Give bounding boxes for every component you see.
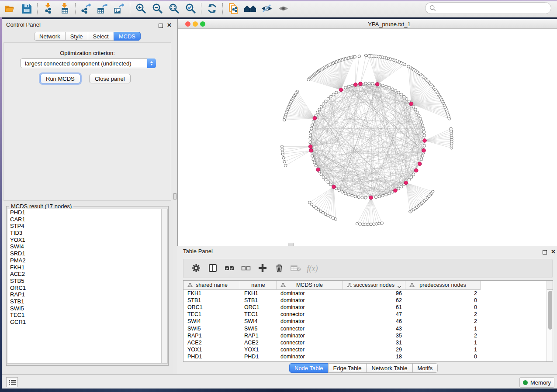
- mcds-list-scrollbar[interactable]: [161, 209, 168, 364]
- add-button[interactable]: [255, 261, 270, 276]
- table-row[interactable]: ACE2ACE2connector311: [183, 339, 547, 346]
- mcds-result-item[interactable]: STB5: [7, 278, 162, 285]
- save-session-button[interactable]: [18, 2, 35, 16]
- column-header-successor-nodes[interactable]: successor nodes: [343, 281, 405, 290]
- zoom-selected-button[interactable]: [182, 2, 199, 16]
- mcds-result-item[interactable]: TID3: [7, 230, 162, 237]
- table-row[interactable]: YOX1YOX1connector291: [183, 346, 547, 353]
- mcds-result-list[interactable]: PHD1CAR1STP4TID3YOX1SWI4SRD1PMA2FKH1ACE2…: [7, 209, 162, 364]
- tab-mcds[interactable]: MCDS: [114, 32, 141, 41]
- open-file-button[interactable]: [2, 2, 18, 16]
- table-row[interactable]: PHD1PHD1dominator180: [183, 353, 547, 360]
- mcds-result-item[interactable]: GCR1: [7, 319, 162, 326]
- destroy-table-button: [288, 261, 303, 276]
- table-close-icon[interactable]: ✕: [551, 250, 556, 254]
- table-cell: 61: [343, 304, 405, 310]
- mcds-result-item[interactable]: CAR1: [7, 216, 162, 223]
- table-row[interactable]: STB1STB1dominator620: [183, 297, 547, 304]
- table-scrollbar[interactable]: [547, 290, 553, 361]
- column-header-shared-name[interactable]: shared name: [183, 281, 240, 290]
- tab-select[interactable]: Select: [88, 32, 114, 41]
- zoom-out-button[interactable]: [149, 2, 166, 16]
- export-image-button[interactable]: [111, 2, 128, 16]
- mcds-result-item[interactable]: ACE2: [7, 271, 162, 278]
- mcds-result-item[interactable]: SRD1: [7, 250, 162, 257]
- sort-chevron-icon: [397, 284, 401, 290]
- panel-divider[interactable]: [173, 19, 177, 374]
- window-maximize-icon[interactable]: [200, 21, 205, 27]
- mcds-dominator-nodes[interactable]: [308, 82, 426, 199]
- tab-style[interactable]: Style: [65, 32, 88, 41]
- run-mcds-button[interactable]: Run MCDS: [40, 74, 80, 83]
- tab-network-table[interactable]: Network Table: [366, 363, 412, 373]
- mcds-result-item[interactable]: STP4: [7, 223, 162, 230]
- tab-node-table[interactable]: Node Table: [289, 363, 329, 373]
- table-scrollbar-thumb[interactable]: [548, 291, 552, 330]
- mcds-result-item[interactable]: FKH1: [7, 264, 162, 271]
- table-row[interactable]: ORC1ORC1dominator610: [183, 304, 547, 311]
- control-panel-tabs: NetworkStyleSelectMCDS: [34, 32, 141, 41]
- table-row[interactable]: TEC1TEC1connector472: [183, 311, 547, 318]
- window-close-icon[interactable]: [185, 21, 190, 27]
- select-all-button[interactable]: [222, 261, 237, 276]
- network-canvas[interactable]: [178, 29, 557, 246]
- table-cell: dominator: [277, 290, 343, 296]
- tab-motifs[interactable]: Motifs: [412, 363, 438, 373]
- memory-status-icon: [523, 380, 528, 385]
- memory-button[interactable]: Memory: [519, 377, 554, 388]
- table-float-icon[interactable]: [543, 250, 547, 254]
- float-panel-icon[interactable]: [159, 24, 163, 28]
- show-all-button[interactable]: [275, 2, 291, 16]
- clone-network-button[interactable]: [225, 2, 242, 16]
- table-cell: SWI4: [183, 318, 240, 324]
- network-window-titlebar[interactable]: YPA_prune.txt_1: [178, 19, 557, 29]
- panel-divider-handle[interactable]: [173, 193, 176, 199]
- export-network-button[interactable]: [78, 2, 94, 16]
- mcds-result-item[interactable]: SWI4: [7, 243, 162, 250]
- import-table-button[interactable]: [56, 2, 73, 16]
- zoom-in-button[interactable]: [132, 2, 149, 16]
- toolbar-separator: [201, 3, 201, 15]
- search-field[interactable]: [425, 2, 551, 14]
- hide-selected-button[interactable]: [258, 2, 275, 16]
- table-row[interactable]: SWI4SWI4dominator462: [183, 318, 547, 325]
- import-network-button[interactable]: [40, 2, 56, 16]
- table-cell: 35: [343, 333, 405, 339]
- column-type-icon: [409, 283, 415, 289]
- mcds-result-item[interactable]: ORC1: [7, 285, 162, 292]
- first-neighbors-button[interactable]: [242, 2, 258, 16]
- task-history-button[interactable]: [6, 377, 18, 387]
- mcds-result-item[interactable]: STB1: [7, 298, 162, 305]
- mcds-result-item[interactable]: TEC1: [7, 312, 162, 319]
- column-header-predecessor-nodes[interactable]: predecessor nodes: [405, 281, 481, 290]
- table-row[interactable]: SWI5SWI5connector431: [183, 325, 547, 332]
- column-header-MCDS-role[interactable]: MCDS role: [277, 281, 343, 290]
- trash-button[interactable]: [272, 261, 287, 276]
- tab-network[interactable]: Network: [34, 32, 66, 41]
- mcds-result-item[interactable]: RAP1: [7, 291, 162, 298]
- deselect-all-icon: [241, 263, 251, 274]
- apply-layout-button[interactable]: [204, 2, 220, 16]
- table-cell: SWI5: [183, 326, 240, 332]
- search-input[interactable]: [436, 4, 551, 13]
- close-panel-button[interactable]: Close panel: [89, 74, 131, 83]
- gear-button[interactable]: [189, 261, 204, 276]
- network-graph[interactable]: [178, 29, 557, 246]
- mcds-result-item[interactable]: YOX1: [7, 237, 162, 244]
- zoom-fit-button[interactable]: [166, 2, 182, 16]
- table-row[interactable]: FKH1FKH1dominator962: [183, 290, 547, 297]
- columns-button[interactable]: [205, 261, 220, 276]
- column-header-name[interactable]: name: [240, 281, 277, 290]
- window-minimize-icon[interactable]: [193, 21, 198, 27]
- table-cell: STB1: [183, 297, 240, 303]
- table-row[interactable]: RAP1RAP1dominator352: [183, 332, 547, 339]
- mcds-result-item[interactable]: PMA2: [7, 257, 162, 264]
- optimization-criterion-dropdown[interactable]: largest connected component (undirected): [20, 58, 156, 68]
- deselect-all-button[interactable]: [239, 261, 253, 276]
- export-table-icon: [97, 3, 109, 16]
- export-table-button[interactable]: [94, 2, 111, 16]
- mcds-result-item[interactable]: SWI5: [7, 305, 162, 312]
- close-panel-icon[interactable]: ✕: [167, 23, 172, 28]
- tab-edge-table[interactable]: Edge Table: [328, 363, 367, 373]
- mcds-result-item[interactable]: PHD1: [7, 209, 162, 216]
